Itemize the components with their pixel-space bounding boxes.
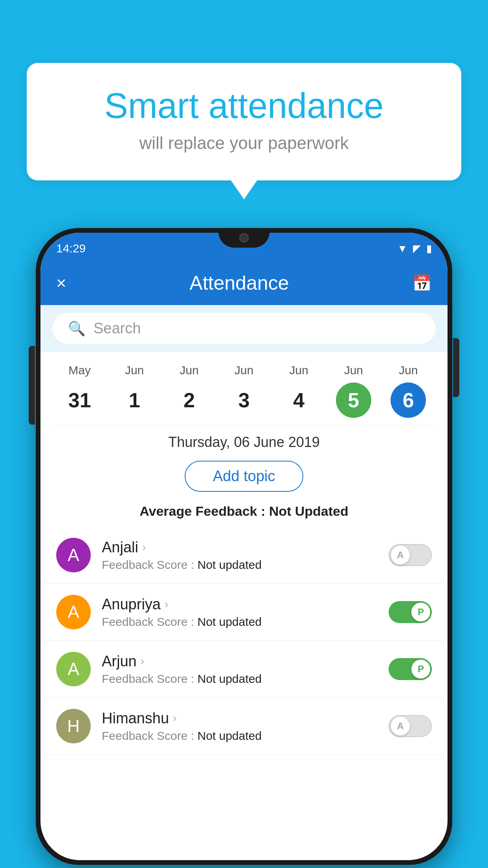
student-info: Anjali ›Feedback Score : Not updated xyxy=(102,539,378,572)
toggle-switch[interactable]: P xyxy=(389,601,432,623)
speech-bubble: Smart attendance will replace your paper… xyxy=(27,63,461,180)
add-topic-container: Add topic xyxy=(40,454,448,500)
calendar-day-1[interactable]: Jun1 xyxy=(117,364,152,418)
attendance-toggle[interactable]: A xyxy=(389,715,432,737)
toggle-switch[interactable]: P xyxy=(389,658,432,680)
cal-month-label: Jun xyxy=(289,364,308,377)
signal-icon: ◤ xyxy=(413,243,421,255)
attendance-toggle[interactable]: A xyxy=(389,544,432,566)
status-icons: ▼ ◤ ▮ xyxy=(397,243,432,255)
close-button[interactable]: × xyxy=(56,273,66,293)
calendar-icon[interactable]: 📅 xyxy=(412,274,432,292)
toggle-knob: P xyxy=(411,603,430,622)
calendar-day-6[interactable]: Jun6 xyxy=(391,364,426,418)
add-topic-button[interactable]: Add topic xyxy=(185,461,303,492)
cal-month-label: Jun xyxy=(235,364,253,377)
chevron-icon: › xyxy=(173,712,176,725)
app-header: × Attendance 📅 xyxy=(40,261,448,305)
cal-day-number: 4 xyxy=(281,383,316,418)
search-placeholder: Search xyxy=(94,320,141,337)
phone-outer-shell: 14:29 ▼ ◤ ▮ × Attendance 📅 🔍 Search xyxy=(36,228,452,865)
battery-icon: ▮ xyxy=(426,243,432,255)
search-bar[interactable]: 🔍 Search xyxy=(52,313,436,344)
phone-screen: 14:29 ▼ ◤ ▮ × Attendance 📅 🔍 Search xyxy=(40,233,448,860)
student-name[interactable]: Anjali › xyxy=(102,539,378,556)
toggle-switch[interactable]: A xyxy=(389,544,432,566)
phone-device: 14:29 ▼ ◤ ▮ × Attendance 📅 🔍 Search xyxy=(36,228,452,865)
feedback-score: Feedback Score : Not updated xyxy=(102,729,378,743)
toggle-switch[interactable]: A xyxy=(389,715,432,737)
student-info: Himanshu ›Feedback Score : Not updated xyxy=(102,710,378,743)
phone-notch xyxy=(218,228,270,248)
cal-day-number: 5 xyxy=(336,383,371,418)
toggle-knob: P xyxy=(411,660,430,679)
chevron-icon: › xyxy=(141,655,144,668)
bubble-subtitle: will replace your paperwork xyxy=(58,133,430,153)
cal-month-label: Jun xyxy=(125,364,144,377)
selected-date-label: Thursday, 06 June 2019 xyxy=(168,434,320,450)
average-feedback: Average Feedback : Not Updated xyxy=(40,500,448,527)
student-item: HHimanshu ›Feedback Score : Not updatedA xyxy=(40,698,448,755)
wifi-icon: ▼ xyxy=(397,243,407,255)
feedback-score: Feedback Score : Not updated xyxy=(102,672,378,686)
cal-day-number: 2 xyxy=(172,383,207,418)
app-title: Attendance xyxy=(189,272,289,294)
avatar[interactable]: H xyxy=(56,709,91,743)
student-name[interactable]: Himanshu › xyxy=(102,710,378,727)
feedback-score: Feedback Score : Not updated xyxy=(102,615,378,629)
cal-month-label: May xyxy=(68,364,91,377)
calendar-day-2[interactable]: Jun2 xyxy=(172,364,207,418)
bubble-title: Smart attendance xyxy=(58,86,430,125)
front-camera xyxy=(239,233,249,243)
calendar-day-5[interactable]: Jun5 xyxy=(336,364,371,418)
cal-month-label: Jun xyxy=(344,364,363,377)
toggle-knob: A xyxy=(391,717,410,736)
toggle-knob: A xyxy=(391,546,410,565)
avatar[interactable]: A xyxy=(56,538,91,572)
cal-month-label: Jun xyxy=(399,364,418,377)
avatar[interactable]: A xyxy=(56,652,91,686)
chevron-icon: › xyxy=(165,598,168,611)
student-name[interactable]: Anupriya › xyxy=(102,596,378,613)
avatar[interactable]: A xyxy=(56,595,91,629)
feedback-score: Feedback Score : Not updated xyxy=(102,558,378,572)
speech-bubble-section: Smart attendance will replace your paper… xyxy=(27,63,461,180)
attendance-toggle[interactable]: P xyxy=(389,601,432,623)
calendar-day-0[interactable]: May31 xyxy=(62,364,97,418)
cal-day-number: 1 xyxy=(117,383,152,418)
student-name[interactable]: Arjun › xyxy=(102,653,378,670)
calendar-day-3[interactable]: Jun3 xyxy=(226,364,262,418)
chevron-icon: › xyxy=(142,541,146,554)
date-info: Thursday, 06 June 2019 xyxy=(40,426,448,454)
student-item: AAnjali ›Feedback Score : Not updatedA xyxy=(40,527,448,584)
search-container: 🔍 Search xyxy=(40,305,448,352)
calendar-strip: May31Jun1Jun2Jun3Jun4Jun5Jun6 xyxy=(40,352,448,426)
student-item: AArjun ›Feedback Score : Not updatedP xyxy=(40,641,448,698)
cal-day-number: 3 xyxy=(226,383,262,418)
cal-day-number: 31 xyxy=(62,383,97,418)
student-list: AAnjali ›Feedback Score : Not updatedAAA… xyxy=(40,527,448,755)
search-icon: 🔍 xyxy=(68,320,86,337)
student-info: Arjun ›Feedback Score : Not updated xyxy=(102,653,378,686)
student-info: Anupriya ›Feedback Score : Not updated xyxy=(102,596,378,629)
student-item: AAnupriya ›Feedback Score : Not updatedP xyxy=(40,584,448,641)
calendar-day-4[interactable]: Jun4 xyxy=(281,364,316,418)
avg-feedback-label: Average Feedback : Not Updated xyxy=(139,504,349,519)
cal-day-number: 6 xyxy=(391,383,426,418)
attendance-toggle[interactable]: P xyxy=(389,658,432,680)
status-time: 14:29 xyxy=(56,242,86,255)
cal-month-label: Jun xyxy=(180,364,198,377)
